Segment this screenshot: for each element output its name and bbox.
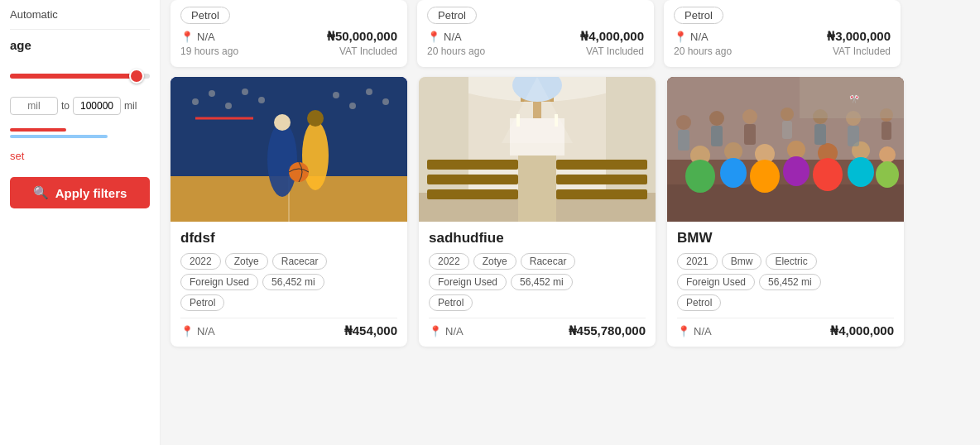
tag-fuel: Petrol <box>180 294 224 311</box>
card-dfdsf-title: dfdsf <box>180 230 397 246</box>
top-card-1-fuel: Petrol <box>180 7 230 24</box>
svg-point-43 <box>724 142 742 160</box>
top-card-1-vat: VAT Included <box>339 45 397 57</box>
svg-text:🎌: 🎌 <box>849 93 860 104</box>
price-slider <box>10 128 150 138</box>
svg-point-11 <box>209 90 215 97</box>
tag-condition-2: Foreign Used <box>429 274 507 290</box>
price-bar-blue <box>10 135 108 138</box>
card-dfdsf-tags-3: Petrol <box>180 294 397 311</box>
card-sadhudfiue-tags-1: 2022 Zotye Racecar <box>429 253 646 270</box>
svg-point-5 <box>267 122 297 197</box>
location-icon-3: 📍 <box>674 31 687 43</box>
tag-fuel-2: Petrol <box>429 294 473 311</box>
top-card-3: Petrol 📍 N/A ₦3,000,000 20 hours ago VAT… <box>664 0 901 67</box>
mileage-max-input[interactable] <box>73 97 121 115</box>
tag-type: Racecar <box>272 253 328 270</box>
svg-rect-56 <box>678 130 689 151</box>
svg-rect-60 <box>744 124 756 145</box>
svg-rect-64 <box>814 124 826 145</box>
cards-row: dfdsf 2022 Zotye Racecar Foreign Used 56… <box>171 77 970 347</box>
card-bmw[interactable]: 🎌 BMW 2021 Bmw Electric Foreign Used 56,… <box>667 77 904 347</box>
card-dfdsf-image <box>171 77 407 222</box>
card-sadhudfiue-body: sadhudfiue 2022 Zotye Racecar Foreign Us… <box>419 222 656 347</box>
top-card-1: Petrol 📍 N/A ₦50,000,000 19 hours ago VA… <box>171 0 407 67</box>
top-card-1-header: Petrol 📍 N/A ₦50,000,000 19 hours ago VA… <box>171 0 407 67</box>
svg-point-59 <box>742 109 757 124</box>
card-bmw-price: ₦4,000,000 <box>830 323 894 338</box>
svg-point-13 <box>242 89 248 95</box>
tag-year-3: 2021 <box>677 253 718 270</box>
reset-link[interactable]: set <box>10 150 150 162</box>
tag-mileage-2: 56,452 mi <box>511 274 573 290</box>
top-card-2-location-row: 📍 N/A ₦4,000,000 <box>427 29 644 44</box>
svg-point-14 <box>258 97 265 103</box>
top-card-2-meta: 20 hours ago VAT Included <box>427 45 644 64</box>
top-card-3-fuel: Petrol <box>674 7 723 24</box>
svg-point-50 <box>813 158 843 191</box>
card-sadhudfiue[interactable]: sadhudfiue 2022 Zotye Racecar Foreign Us… <box>419 77 656 347</box>
mileage-inputs: to mil <box>10 97 150 115</box>
svg-point-42 <box>685 160 715 193</box>
slider-thumb[interactable] <box>129 69 144 84</box>
card-sadhudfiue-tags-3: Petrol <box>429 294 646 311</box>
tag-year-2: 2022 <box>429 253 469 270</box>
svg-point-12 <box>225 103 232 109</box>
mileage-min-input[interactable] <box>10 97 58 115</box>
card-sadhudfiue-image <box>419 77 656 222</box>
card-sadhudfiue-location: 📍 N/A <box>429 325 464 337</box>
svg-rect-28 <box>556 175 647 184</box>
top-card-2-location: 📍 N/A <box>427 31 462 43</box>
svg-point-57 <box>709 111 724 126</box>
card-dfdsf-tags-1: 2022 Zotye Racecar <box>180 253 397 270</box>
loc-icon-bmw: 📍 <box>677 325 690 337</box>
card-bmw-location: 📍 N/A <box>677 325 712 337</box>
card-bmw-body: BMW 2021 Bmw Electric Foreign Used 56,45… <box>667 222 904 347</box>
top-card-2-fuel: Petrol <box>427 7 477 24</box>
top-card-2-time: 20 hours ago <box>427 45 485 57</box>
card-dfdsf[interactable]: dfdsf 2022 Zotye Racecar Foreign Used 56… <box>171 77 407 347</box>
svg-point-55 <box>676 115 691 130</box>
mileage-slider[interactable] <box>10 67 150 85</box>
top-card-2-header: Petrol 📍 N/A ₦4,000,000 20 hours ago VAT… <box>417 0 654 67</box>
top-card-3-header: Petrol 📍 N/A ₦3,000,000 20 hours ago VAT… <box>664 0 901 67</box>
transmission-value: Automatic <box>10 8 150 21</box>
svg-point-6 <box>274 114 291 131</box>
top-card-1-time: 19 hours ago <box>180 45 238 57</box>
svg-point-9 <box>289 162 309 182</box>
top-card-2: Petrol 📍 N/A ₦4,000,000 20 hours ago VAT… <box>417 0 654 67</box>
card-bmw-tags-2: Foreign Used 56,452 mi <box>677 274 894 290</box>
top-card-3-location: 📍 N/A <box>674 31 709 43</box>
price-bar-red <box>10 128 66 132</box>
card-sadhudfiue-bottom: 📍 N/A ₦455,780,000 <box>429 318 646 338</box>
svg-point-52 <box>848 157 874 187</box>
slider-fill <box>10 74 143 79</box>
svg-point-47 <box>787 141 805 159</box>
main-content: Petrol 📍 N/A ₦50,000,000 19 hours ago VA… <box>161 0 980 445</box>
svg-rect-68 <box>882 122 891 140</box>
svg-point-61 <box>781 108 794 121</box>
top-card-3-location-row: 📍 N/A ₦3,000,000 <box>674 29 891 44</box>
svg-rect-27 <box>556 160 647 170</box>
top-card-3-time: 20 hours ago <box>674 45 732 57</box>
card-sadhudfiue-tags-2: Foreign Used 56,452 mi <box>429 274 646 290</box>
mileage-max-unit: mil <box>124 100 137 112</box>
svg-point-15 <box>333 92 339 98</box>
top-card-3-vat: VAT Included <box>833 45 891 57</box>
card-dfdsf-tags-2: Foreign Used 56,452 mi <box>180 274 397 290</box>
svg-rect-62 <box>782 121 792 139</box>
top-card-3-price: ₦3,000,000 <box>827 29 891 44</box>
card-bmw-title: BMW <box>677 230 894 246</box>
card-dfdsf-location: 📍 N/A <box>180 325 215 337</box>
loc-icon-dfdsf: 📍 <box>180 325 194 337</box>
svg-rect-25 <box>427 175 518 184</box>
mileage-section-title: age <box>10 38 150 52</box>
location-icon-1: 📍 <box>180 31 194 43</box>
mileage-to-label: to <box>61 100 70 112</box>
card-bmw-tags-1: 2021 Bmw Electric <box>677 253 894 270</box>
search-icon: 🔍 <box>33 185 49 200</box>
apply-filters-button[interactable]: 🔍 Apply filters <box>10 177 150 208</box>
svg-point-44 <box>720 158 747 188</box>
svg-point-46 <box>750 160 780 193</box>
sidebar: Automatic age to mil set 🔍 Apply filters <box>0 0 161 445</box>
